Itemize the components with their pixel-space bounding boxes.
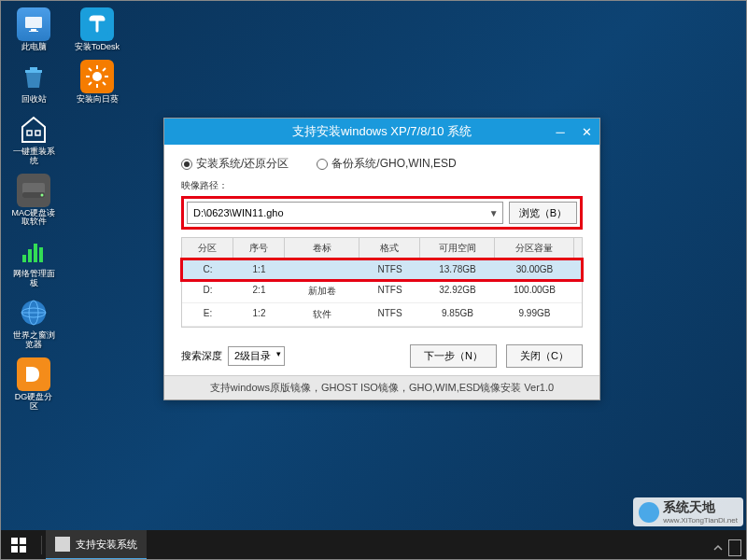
taskbar-item-installer[interactable]: 支持安装系统 <box>46 530 147 560</box>
col-total: 分区容量 <box>495 238 574 259</box>
svg-rect-28 <box>11 538 18 544</box>
icon-label: 一键重装系统 <box>11 147 56 166</box>
desktop-icon-recycle[interactable]: 回收站 <box>11 60 56 105</box>
table-row[interactable]: D: 2:1 新加卷 NTFS 32.92GB 100.00GB <box>182 280 582 303</box>
install-dialog: 支持安装windows XP/7/8/10 系统 ─ ✕ 安装系统/还原分区 备… <box>163 118 600 400</box>
col-drive: 分区 <box>182 238 233 259</box>
dialog-footer: 支持windows原版镜像，GHOST ISO镜像，GHO,WIM,ESD镜像安… <box>164 375 599 399</box>
task-icon <box>55 537 70 552</box>
chevron-down-icon[interactable]: ▼ <box>489 208 499 218</box>
desktop-icon-network[interactable]: 网络管理面板 <box>11 234 56 288</box>
taskbar-divider <box>41 536 42 554</box>
search-depth-label: 搜索深度 <box>181 349 222 363</box>
svg-rect-23 <box>39 247 43 262</box>
sunflower-icon <box>80 60 114 93</box>
svg-line-11 <box>89 68 92 71</box>
desktop-icons: 此电脑 安装ToDesk 回收站 安装向日葵 一键重装系统 <box>11 7 123 419</box>
icon-label: 安装ToDesk <box>75 43 120 52</box>
svg-rect-20 <box>22 255 26 262</box>
dg-icon <box>17 357 50 391</box>
svg-rect-5 <box>30 67 37 70</box>
dialog-title: 支持安装windows XP/7/8/10 系统 <box>292 123 472 140</box>
icon-label: DG硬盘分区 <box>11 393 56 412</box>
svg-rect-4 <box>25 70 42 73</box>
svg-rect-1 <box>31 29 36 31</box>
table-header: 分区 序号 卷标 格式 可用空间 分区容量 <box>182 238 582 259</box>
close-dialog-button[interactable]: 关闭（C） <box>506 344 583 368</box>
svg-line-12 <box>103 82 106 85</box>
watermark-icon <box>639 502 659 523</box>
svg-rect-0 <box>25 17 42 28</box>
watermark: 系统天地 www.XiTongTianDi.net <box>633 497 743 526</box>
col-volume: 卷标 <box>285 238 359 259</box>
svg-rect-2 <box>29 31 38 32</box>
desktop-icon-dg[interactable]: DG硬盘分区 <box>11 357 56 412</box>
reinstall-icon <box>17 112 50 146</box>
svg-point-6 <box>92 72 102 81</box>
path-label: 映像路径： <box>181 179 583 192</box>
svg-rect-21 <box>28 249 32 262</box>
svg-rect-22 <box>34 244 37 262</box>
radio-install[interactable]: 安装系统/还原分区 <box>181 156 289 172</box>
radio-label: 安装系统/还原分区 <box>196 156 289 172</box>
svg-line-13 <box>89 82 92 85</box>
system-tray[interactable] <box>712 539 741 556</box>
radio-label: 备份系统/GHO,WIN,ESD <box>331 156 456 172</box>
watermark-text: 系统天地 <box>663 499 738 516</box>
svg-rect-16 <box>35 131 40 135</box>
desktop-icon-todesk[interactable]: 安装ToDesk <box>75 7 120 52</box>
desktop-icon-reinstall[interactable]: 一键重装系统 <box>11 112 56 166</box>
svg-rect-29 <box>20 538 26 544</box>
image-path-input[interactable]: D:\0623\WIN11.gho ▼ <box>187 202 503 224</box>
browse-button[interactable]: 浏览（B） <box>509 202 577 224</box>
chevron-down-icon: ▾ <box>276 349 281 358</box>
col-index: 序号 <box>233 238 285 259</box>
desktop-icon-browser[interactable]: 世界之窗浏览器 <box>11 296 56 350</box>
highlight-path-row: D:\0623\WIN11.gho ▼ 浏览（B） <box>181 196 583 230</box>
radio-backup[interactable]: 备份系统/GHO,WIN,ESD <box>317 156 456 172</box>
col-free: 可用空间 <box>420 238 495 259</box>
icon-label: 网络管理面板 <box>11 270 56 288</box>
disk-icon <box>17 174 50 207</box>
path-value: D:\0623\WIN11.gho <box>193 207 284 218</box>
desktop-icon-macdisk[interactable]: MAC硬盘读取软件 <box>11 174 56 228</box>
icon-label: 回收站 <box>21 95 47 105</box>
globe-icon <box>17 296 50 329</box>
table-row[interactable]: C: 1:1 NTFS 13.78GB 30.00GB <box>182 259 582 280</box>
watermark-url: www.XiTongTianDi.net <box>663 516 738 525</box>
search-depth-select[interactable]: 2级目录 ▾ <box>228 346 285 366</box>
desktop-icon-sunflower[interactable]: 安装向日葵 <box>75 60 120 105</box>
svg-line-14 <box>103 68 106 71</box>
icon-label: 此电脑 <box>21 43 47 52</box>
svg-rect-30 <box>11 546 18 553</box>
desktop-icon-pc[interactable]: 此电脑 <box>11 7 56 52</box>
col-fs: 格式 <box>359 238 420 259</box>
icon-label: 世界之窗浏览器 <box>11 331 56 350</box>
network-icon <box>17 234 50 268</box>
svg-point-19 <box>41 193 44 196</box>
notification-icon[interactable] <box>728 539 741 556</box>
chevron-up-icon[interactable] <box>712 541 725 554</box>
table-row[interactable]: E: 1:2 软件 NTFS 9.85GB 9.99GB <box>182 303 582 327</box>
todesk-icon <box>80 7 114 41</box>
icon-label: MAC硬盘读取软件 <box>11 209 56 228</box>
radio-icon <box>317 159 328 170</box>
start-button[interactable] <box>0 530 37 560</box>
svg-rect-31 <box>20 546 26 553</box>
close-button[interactable]: ✕ <box>573 119 599 145</box>
minimize-button[interactable]: ─ <box>547 119 573 145</box>
partition-table: 分区 序号 卷标 格式 可用空间 分区容量 C: 1:1 NTFS 13.78G… <box>181 237 583 328</box>
recycle-icon <box>17 60 50 93</box>
next-button[interactable]: 下一步（N） <box>410 344 497 368</box>
dialog-titlebar[interactable]: 支持安装windows XP/7/8/10 系统 ─ ✕ <box>164 119 599 145</box>
radio-icon <box>181 159 192 170</box>
task-label: 支持安装系统 <box>76 538 137 552</box>
svg-rect-15 <box>27 131 32 135</box>
icon-label: 安装向日葵 <box>77 95 119 105</box>
pc-icon <box>17 7 50 41</box>
taskbar: 支持安装系统 <box>0 530 747 560</box>
